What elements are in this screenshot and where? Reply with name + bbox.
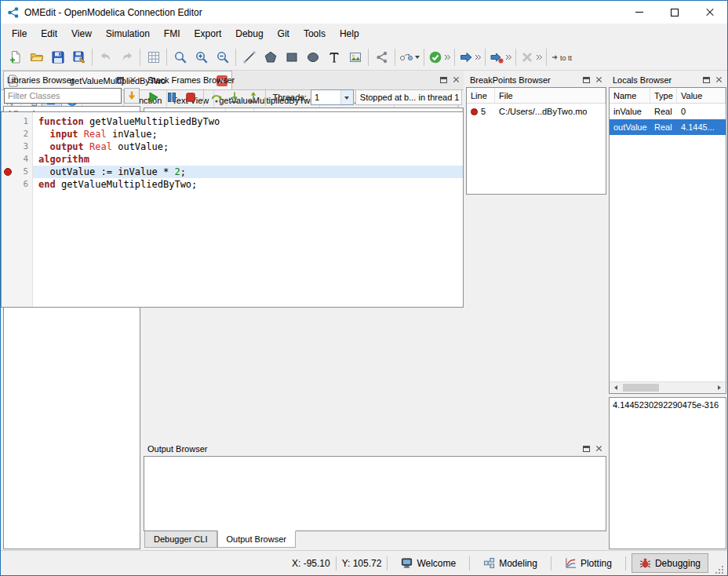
minimize-button[interactable] bbox=[621, 1, 657, 24]
debugging-bug-icon bbox=[639, 557, 651, 569]
modeling-perspective-button[interactable]: Modeling bbox=[475, 553, 545, 573]
code-text[interactable]: function getValueMultipliedByTwo bbox=[33, 115, 463, 128]
save-button[interactable] bbox=[47, 46, 68, 68]
float-panel-button[interactable] bbox=[580, 443, 592, 454]
menu-help[interactable]: Help bbox=[333, 24, 366, 43]
menu-view[interactable]: View bbox=[64, 24, 99, 43]
column-type[interactable]: Type bbox=[650, 88, 677, 103]
horizontal-scrollbar[interactable] bbox=[610, 381, 726, 393]
filter-options-button[interactable] bbox=[124, 88, 140, 104]
step-return-button[interactable] bbox=[245, 89, 262, 106]
close-button[interactable] bbox=[692, 1, 727, 24]
cancel-simulation-button[interactable] bbox=[519, 46, 544, 68]
column-name[interactable]: Name bbox=[610, 88, 650, 103]
new-modelica-class-button[interactable] bbox=[5, 46, 26, 68]
save-as-button[interactable] bbox=[68, 46, 89, 68]
float-panel-button[interactable] bbox=[580, 74, 592, 86]
float-panel-button[interactable] bbox=[114, 74, 126, 86]
welcome-perspective-button[interactable]: Welcome bbox=[393, 553, 464, 573]
breakpoint-row[interactable]: 5 C:/Users/...dByTwo.mo bbox=[467, 104, 606, 119]
menu-git[interactable]: Git bbox=[271, 24, 297, 43]
resize-grip[interactable] bbox=[715, 565, 725, 575]
close-panel-button[interactable] bbox=[592, 443, 605, 454]
menubar: File Edit View Simulation FMI Export Deb… bbox=[1, 24, 727, 44]
simulate-with-debugger-button[interactable] bbox=[488, 46, 513, 68]
close-panel-button[interactable] bbox=[712, 74, 725, 86]
breakpoint-margin[interactable] bbox=[2, 140, 13, 153]
code-text[interactable]: algorithm bbox=[33, 153, 463, 166]
interrupt-button[interactable] bbox=[164, 89, 181, 106]
breakpoint-margin[interactable] bbox=[2, 128, 13, 140]
code-text[interactable]: outValue := inValue * 2; bbox=[33, 166, 463, 178]
close-icon bbox=[595, 445, 602, 452]
code-text[interactable]: input Real inValue; bbox=[33, 128, 463, 140]
to-text-button[interactable]: to tt bbox=[549, 46, 577, 68]
simulate-button[interactable] bbox=[457, 46, 482, 68]
bitmap-shape-icon bbox=[348, 50, 362, 64]
polygon-shape-button[interactable] bbox=[260, 46, 281, 68]
variable-value: 0 bbox=[677, 104, 726, 119]
menu-tools[interactable]: Tools bbox=[297, 24, 333, 43]
code-text[interactable]: output Real outValue; bbox=[33, 140, 463, 153]
step-over-button[interactable] bbox=[208, 89, 225, 106]
step-into-button[interactable] bbox=[226, 89, 243, 106]
scroll-left-button[interactable] bbox=[610, 382, 621, 393]
column-file[interactable]: File bbox=[495, 88, 606, 103]
scrollbar-track[interactable] bbox=[621, 382, 714, 393]
bitmap-shape-button[interactable] bbox=[344, 46, 366, 68]
zoom-in-button[interactable] bbox=[191, 46, 212, 68]
menu-edit[interactable]: Edit bbox=[34, 24, 64, 43]
output-content bbox=[144, 456, 606, 531]
ellipse-shape-button[interactable] bbox=[302, 46, 323, 68]
connect-mode-button[interactable] bbox=[371, 46, 392, 68]
undo-button[interactable] bbox=[95, 46, 116, 68]
scrollbar-thumb[interactable] bbox=[623, 384, 659, 392]
tab-output-browser[interactable]: Output Browser bbox=[217, 530, 296, 548]
check-model-button[interactable] bbox=[427, 46, 452, 68]
column-line[interactable]: Line bbox=[467, 88, 495, 103]
plotting-perspective-button[interactable]: Plotting bbox=[557, 553, 620, 573]
code-text[interactable]: end getValueMultipliedByTwo; bbox=[33, 178, 463, 191]
menu-debug[interactable]: Debug bbox=[228, 24, 270, 43]
combo-dropdown-button[interactable] bbox=[340, 90, 353, 104]
menu-file[interactable]: File bbox=[5, 24, 34, 43]
tab-debugger-cli[interactable]: Debugger CLI bbox=[144, 531, 217, 548]
resume-button[interactable] bbox=[145, 89, 162, 106]
menu-simulation[interactable]: Simulation bbox=[99, 24, 157, 43]
toggle-grid-button[interactable] bbox=[143, 46, 164, 68]
text-shape-button[interactable] bbox=[323, 46, 344, 68]
float-panel-button[interactable] bbox=[700, 74, 712, 86]
menu-export[interactable]: Export bbox=[187, 24, 229, 43]
local-variable-row-selected[interactable]: outValue Real 4.1445... bbox=[610, 119, 726, 135]
variable-name: inValue bbox=[610, 104, 650, 119]
transition-mode-button[interactable] bbox=[398, 46, 421, 68]
threads-select[interactable]: 1 bbox=[311, 89, 354, 105]
close-panel-button[interactable] bbox=[126, 74, 139, 86]
redo-button[interactable] bbox=[116, 46, 137, 68]
polygon-shape-icon bbox=[264, 50, 278, 64]
line-shape-button[interactable] bbox=[238, 46, 260, 68]
breakpoint-margin[interactable] bbox=[2, 178, 13, 191]
window-title: OMEdit - OpenModelica Connection Editor bbox=[24, 7, 202, 18]
filter-classes-input[interactable] bbox=[4, 88, 122, 104]
close-panel-button[interactable] bbox=[592, 74, 605, 86]
maximize-button[interactable] bbox=[657, 1, 692, 24]
stop-button[interactable] bbox=[182, 89, 199, 106]
breakpoint-margin[interactable] bbox=[2, 115, 13, 128]
scroll-right-button[interactable] bbox=[714, 382, 726, 393]
column-value[interactable]: Value bbox=[677, 88, 726, 103]
breakpoint-icon bbox=[471, 108, 478, 115]
debugging-perspective-button[interactable]: Debugging bbox=[632, 553, 708, 573]
code-editor[interactable]: 1 function getValueMultipliedByTwo 2 inp… bbox=[1, 111, 464, 308]
local-variable-row[interactable]: inValue Real 0 bbox=[610, 104, 726, 119]
breakpoint-margin[interactable] bbox=[2, 153, 13, 166]
rectangle-shape-button[interactable] bbox=[281, 46, 302, 68]
breakpoint-margin[interactable] bbox=[2, 166, 13, 178]
breakpoint-icon[interactable] bbox=[4, 168, 12, 176]
zoom-out-button[interactable] bbox=[212, 46, 233, 68]
menu-fmi[interactable]: FMI bbox=[157, 24, 187, 43]
fit-to-diagram-button[interactable] bbox=[169, 46, 191, 68]
close-panel-button[interactable] bbox=[450, 74, 462, 86]
float-panel-button[interactable] bbox=[437, 74, 450, 86]
open-model-button[interactable] bbox=[26, 46, 47, 68]
